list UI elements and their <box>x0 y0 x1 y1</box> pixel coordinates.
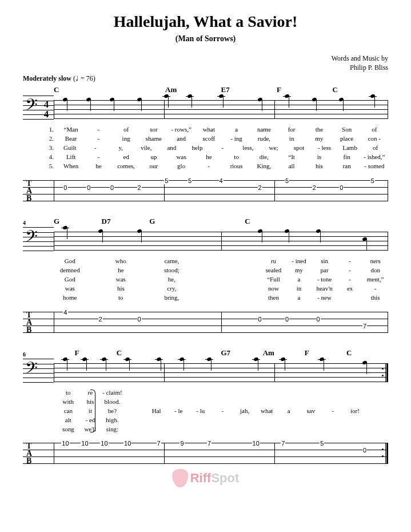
brand-part-b: Spot <box>211 471 239 485</box>
tab-fret-number: 7 <box>281 440 285 447</box>
lyric-syllable <box>145 398 167 407</box>
lyric-syllable <box>185 266 210 275</box>
system: 4GD7GC𝄢Godwhocame,ru- inedsin-nersdemned… <box>23 217 388 336</box>
chord-symbol: G <box>149 217 173 226</box>
sheet-music-page: Hallelujah, What a Savior! (Man of Sorro… <box>0 0 411 497</box>
lyric-syllable <box>185 275 210 284</box>
barline <box>54 443 54 464</box>
lyric-syllable: - <box>322 407 344 416</box>
chord-symbol <box>200 348 221 358</box>
lyric-syllable: he <box>85 162 112 171</box>
lyric-syllable <box>236 257 261 266</box>
lyric-syllable: - <box>85 134 112 144</box>
lyric-syllable: par <box>312 266 337 275</box>
lyric-syllable <box>322 398 344 407</box>
barline <box>388 232 388 251</box>
chord-symbol <box>110 85 138 94</box>
chord-symbol <box>197 217 221 226</box>
lyric-syllable: sealed <box>261 266 286 275</box>
lyric-syllable: was <box>108 275 134 284</box>
lyric-syllable: shame <box>140 134 167 144</box>
barline <box>274 363 275 382</box>
tab-fret-number: 4 <box>218 177 223 184</box>
lyric-syllable: Son <box>333 125 361 134</box>
lyric-syllable: less, <box>236 144 261 153</box>
lyric-syllable <box>366 416 388 425</box>
lyric-syllable <box>278 398 300 407</box>
barline <box>388 100 388 119</box>
tab-fret-number: 0 <box>316 316 320 323</box>
chord-symbol <box>360 85 388 94</box>
chord-symbol <box>293 217 317 226</box>
lyric-syllable: - <box>210 144 236 153</box>
barline <box>54 100 54 119</box>
lyric-syllable: a <box>286 275 312 284</box>
barline <box>164 100 165 119</box>
tab-fret-number: 4 <box>63 309 67 316</box>
tab-fret-number: 0 <box>86 184 91 191</box>
lyric-syllable: - <box>85 153 112 162</box>
lyric-syllable: - <box>362 284 388 293</box>
verse-number <box>23 407 57 416</box>
lyric-syllable <box>167 388 190 398</box>
lyric-syllable: ru <box>261 257 286 266</box>
lyric-syllable: - less <box>312 144 337 153</box>
lyric-syllable <box>344 388 366 398</box>
lyric-syllable: - claim! <box>101 388 123 398</box>
system: CAmE7FC𝄢441.“Man-ofsor- rows,”whatanamef… <box>23 85 388 204</box>
verse-number: 2. <box>23 134 57 144</box>
chord-symbol <box>317 217 341 226</box>
lyric-syllable: “Full <box>261 275 286 284</box>
tab-fret-number: 0 <box>362 447 367 454</box>
lyric-syllable: - <box>212 407 234 416</box>
credits-line-2: Philip P. Bliss <box>23 63 388 72</box>
lyric-syllable <box>278 388 300 398</box>
lyric-syllable: - <box>337 266 363 275</box>
lyric-syllable: spot <box>286 144 312 153</box>
lyric-line: hometobring,thena- newthis <box>23 293 388 303</box>
tab-fret-number: 10 <box>123 440 131 447</box>
lyric-syllable <box>212 416 234 425</box>
barline <box>54 232 54 251</box>
lyric-syllable <box>123 425 146 434</box>
lyric-syllable: name <box>250 125 278 134</box>
lyric-syllable <box>236 266 261 275</box>
quarter-note-icon: ♩ <box>75 74 79 82</box>
lyric-syllable <box>236 284 261 293</box>
chord-symbol <box>158 348 179 358</box>
lyric-syllable: ran <box>333 162 361 171</box>
verse-number <box>23 293 57 303</box>
lyric-syllable: sin <box>312 257 337 266</box>
lyric-syllable: now <box>261 284 286 293</box>
lyric-syllable <box>83 284 109 293</box>
lyric-syllable: of <box>361 125 388 134</box>
lyric-syllable: God <box>57 257 83 266</box>
chord-symbol: G7 <box>221 348 242 358</box>
lyric-syllable: what <box>195 125 222 134</box>
notation-staff: 𝄢 <box>23 359 388 386</box>
chord-symbol <box>242 348 263 358</box>
tempo-marking: Moderately slow (♩ = 76) <box>23 74 388 83</box>
lyric-syllable: place <box>333 134 361 144</box>
barline <box>388 312 388 333</box>
verse-bracket <box>90 390 95 433</box>
lyric-syllable <box>344 398 366 407</box>
lyric-syllable: vile, <box>134 144 159 153</box>
lyric-syllable <box>210 284 236 293</box>
tab-fret-number: 5 <box>164 177 169 184</box>
notation-staff: 𝄢44 <box>23 96 388 123</box>
tab-fret-number: 7 <box>362 323 367 329</box>
lyric-syllable: help <box>185 144 210 153</box>
systems: CAmE7FC𝄢441.“Man-ofsor- rows,”whatanamef… <box>23 85 388 467</box>
lyric-syllable <box>210 275 236 284</box>
chord-symbol <box>249 85 277 94</box>
chord-symbol <box>179 348 200 358</box>
lyric-syllable <box>337 293 363 303</box>
lyric-syllable <box>83 266 109 275</box>
lyric-syllable: sor <box>140 125 167 134</box>
tempo-paren-close: ) <box>93 74 95 82</box>
lyric-syllable <box>134 257 159 266</box>
lyric-syllable: - ined <box>286 257 312 266</box>
lyric-syllable: song <box>57 425 79 434</box>
chord-symbol: G <box>54 217 78 226</box>
